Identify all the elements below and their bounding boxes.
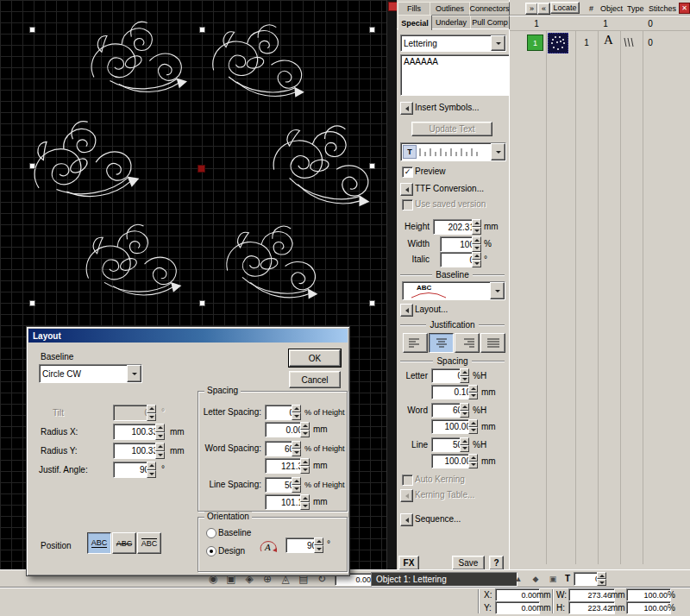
color-chip[interactable]: 1 [527, 35, 543, 51]
word-spacing-pct-spinner[interactable] [292, 441, 301, 456]
save-button[interactable]: Save [452, 556, 485, 570]
design-radio-label[interactable]: Design [218, 546, 245, 556]
auto-kerning-checkbox[interactable] [402, 475, 413, 486]
lettering-type-select[interactable]: Lettering [400, 35, 506, 52]
line-spacing-pct-spinner[interactable] [292, 477, 301, 493]
object-status-bar: Object 1: Lettering [371, 572, 518, 587]
tab-underlay[interactable]: Underlay [431, 16, 471, 29]
design-radio[interactable] [206, 546, 216, 556]
w-pct-field[interactable]: 100.00 [626, 588, 671, 601]
justify-full-button[interactable] [480, 333, 505, 353]
insert-symbols-label[interactable]: Insert Symbols... [415, 103, 479, 113]
baseline-select[interactable]: ABC [402, 281, 505, 300]
help-button[interactable]: ? [489, 556, 504, 570]
baseline-radio[interactable] [206, 528, 216, 538]
sequence-expander[interactable] [400, 513, 413, 526]
tab-outlines[interactable]: Outlines [430, 2, 470, 16]
justify-left-button[interactable] [403, 333, 428, 353]
justif-angle-spinner[interactable] [147, 462, 156, 478]
right-toolbar-icon-3[interactable]: ▣ [545, 572, 561, 586]
kerning-table-expander[interactable] [400, 489, 413, 502]
dropdown-arrow-icon[interactable] [127, 365, 141, 382]
radius-x-field[interactable]: 100.33 [113, 424, 161, 440]
line-mm-spinner[interactable] [468, 454, 478, 468]
selection-handle[interactable] [199, 27, 205, 33]
sequence-label[interactable]: Sequence... [415, 514, 461, 525]
line-spacing-mm-spinner[interactable] [300, 494, 310, 510]
width-spinner[interactable] [472, 236, 481, 252]
radius-y-spinner[interactable] [155, 443, 165, 459]
dropdown-arrow-icon[interactable] [491, 143, 505, 160]
panel-close-button[interactable]: ✕ [679, 3, 690, 14]
cancel-button[interactable]: Cancel [289, 371, 341, 388]
locate-button[interactable]: Locate [550, 2, 580, 14]
tab-special[interactable]: Special [398, 15, 432, 30]
tab-pullcomp[interactable]: Pull Comp [470, 16, 510, 29]
letter-mm-spinner[interactable] [468, 385, 478, 399]
tab-connectors[interactable]: Connectors [469, 2, 510, 16]
dialog-titlebar[interactable]: Layout [28, 329, 348, 343]
italic-spinner[interactable] [472, 252, 481, 267]
position-middle-button[interactable]: ABC [112, 532, 136, 554]
w-field[interactable]: 273.46 [568, 588, 615, 601]
selection-handle[interactable] [369, 27, 375, 33]
letter-pct-unit: %H [473, 371, 486, 381]
design-thumbnail[interactable] [548, 33, 568, 53]
orientation-angle-spinner[interactable] [314, 537, 323, 553]
ttf-conversion-label[interactable]: TTF Conversion... [415, 184, 484, 194]
position-baseline-button[interactable]: ABC [87, 532, 111, 554]
letter-spacing-pct-spinner[interactable] [292, 405, 301, 420]
tab-fills[interactable]: Fills [398, 2, 430, 16]
selection-handle[interactable] [369, 163, 375, 169]
selection-handle[interactable] [369, 300, 375, 306]
fx-button[interactable]: FX [398, 556, 419, 570]
letter-pct-spinner[interactable] [460, 368, 469, 383]
x-field[interactable]: 0.00 [495, 588, 540, 601]
word-spacing-mm-spinner[interactable] [300, 458, 310, 474]
line-pct-spinner[interactable] [460, 437, 469, 452]
selection-handle[interactable] [29, 27, 35, 33]
justify-right-button[interactable] [455, 333, 480, 353]
word-mm-spinner[interactable] [468, 419, 478, 434]
dialog-baseline-select[interactable]: Circle CW [39, 364, 142, 383]
selection-handle[interactable] [199, 300, 205, 306]
collapse-panel-button[interactable]: « [537, 3, 550, 15]
dropdown-arrow-icon[interactable] [490, 282, 505, 299]
object-type-glyph[interactable]: A [604, 35, 613, 45]
justify-center-button[interactable] [429, 333, 454, 353]
right-toolbar-icon-1[interactable]: ▲ [511, 572, 526, 586]
position-top-button[interactable]: ABC [137, 532, 161, 554]
y-field[interactable]: 0.00 [495, 601, 540, 614]
object-number[interactable]: 1 [580, 38, 593, 48]
height-spinner[interactable] [472, 219, 481, 235]
radius-x-spinner[interactable] [155, 424, 165, 440]
h-field[interactable]: 223.42 [568, 601, 615, 614]
selection-handle[interactable] [29, 300, 35, 306]
letter-spacing-mm-spinner[interactable] [300, 422, 310, 437]
preview-label[interactable]: Preview [415, 167, 446, 177]
tilt-t-spinner[interactable] [597, 572, 606, 586]
layout-button-label[interactable]: Layout... [415, 305, 448, 315]
stitch-type-icon[interactable] [623, 36, 637, 48]
h-pct-field[interactable]: 100.00 [626, 601, 671, 614]
selection-handle[interactable] [29, 163, 35, 169]
use-saved-checkbox[interactable] [402, 199, 413, 211]
lettering-text-input[interactable]: AAAAAA [400, 54, 511, 96]
preview-checkbox[interactable]: ✓ [402, 167, 413, 178]
expand-panel-button[interactable]: » [525, 3, 538, 15]
radius-y-field[interactable]: 100.33 [113, 443, 161, 459]
dropdown-arrow-icon[interactable] [491, 35, 505, 51]
word-pct-spinner[interactable] [460, 403, 469, 418]
baseline-radio-label[interactable]: Baseline [218, 528, 251, 538]
selection-center-marker[interactable] [198, 165, 205, 173]
ttf-conversion-expander[interactable] [400, 183, 413, 196]
layout-expander[interactable] [400, 304, 413, 317]
spacing-section-divider: Spacing [400, 356, 505, 366]
update-text-button[interactable]: Update Text [411, 122, 492, 136]
insert-symbols-expander[interactable] [400, 102, 413, 115]
right-toolbar-icon-2[interactable]: ◆ [528, 572, 543, 586]
chevron-right-icon: » [530, 4, 534, 13]
ok-button[interactable]: OK [289, 349, 341, 367]
col-header-num: # [589, 3, 593, 14]
font-select[interactable]: T [400, 142, 506, 161]
